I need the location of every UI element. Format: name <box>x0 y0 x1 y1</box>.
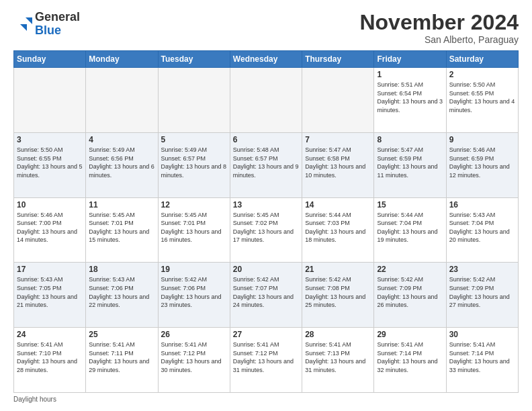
calendar-cell: 5Sunrise: 5:49 AMSunset: 6:57 PMDaylight… <box>158 132 230 197</box>
calendar-cell: 29Sunrise: 5:41 AMSunset: 7:14 PMDayligh… <box>374 328 446 393</box>
calendar-cell: 19Sunrise: 5:42 AMSunset: 7:06 PMDayligh… <box>158 263 230 328</box>
day-info: Sunrise: 5:42 AMSunset: 7:09 PMDaylight:… <box>449 275 515 309</box>
day-info: Sunrise: 5:51 AMSunset: 6:54 PMDaylight:… <box>377 81 443 114</box>
calendar-cell <box>302 68 374 133</box>
day-number: 24 <box>17 330 83 339</box>
day-number: 17 <box>17 265 83 274</box>
calendar-cell: 13Sunrise: 5:45 AMSunset: 7:02 PMDayligh… <box>230 197 302 263</box>
day-info: Sunrise: 5:44 AMSunset: 7:04 PMDaylight:… <box>377 211 443 244</box>
day-info: Sunrise: 5:42 AMSunset: 7:06 PMDaylight:… <box>161 275 227 309</box>
calendar-week-2: 3Sunrise: 5:50 AMSunset: 6:55 PMDaylight… <box>14 132 519 197</box>
calendar-cell: 12Sunrise: 5:45 AMSunset: 7:01 PMDayligh… <box>158 197 230 263</box>
calendar-week-5: 24Sunrise: 5:41 AMSunset: 7:10 PMDayligh… <box>14 328 519 393</box>
calendar-cell: 21Sunrise: 5:42 AMSunset: 7:08 PMDayligh… <box>302 263 374 328</box>
svg-marker-0 <box>26 17 32 24</box>
day-info: Sunrise: 5:43 AMSunset: 7:04 PMDaylight:… <box>449 211 515 244</box>
calendar: Sunday Monday Tuesday Wednesday Thursday… <box>13 50 519 393</box>
header-row: Sunday Monday Tuesday Wednesday Thursday… <box>14 51 519 68</box>
day-number: 26 <box>161 330 227 339</box>
day-info: Sunrise: 5:46 AMSunset: 6:59 PMDaylight:… <box>449 146 515 179</box>
calendar-cell: 18Sunrise: 5:43 AMSunset: 7:06 PMDayligh… <box>86 263 158 328</box>
day-info: Sunrise: 5:41 AMSunset: 7:14 PMDaylight:… <box>449 340 515 374</box>
day-number: 15 <box>377 200 443 210</box>
calendar-cell: 7Sunrise: 5:47 AMSunset: 6:58 PMDaylight… <box>302 132 374 197</box>
footer-note: Daylight hours <box>13 396 519 403</box>
day-number: 1 <box>377 70 443 79</box>
calendar-cell: 30Sunrise: 5:41 AMSunset: 7:14 PMDayligh… <box>446 328 518 393</box>
day-number: 20 <box>233 265 299 274</box>
title-area: November 2024 San Alberto, Paraguay <box>359 11 519 45</box>
calendar-cell: 9Sunrise: 5:46 AMSunset: 6:59 PMDaylight… <box>446 132 518 197</box>
day-number: 25 <box>89 330 154 339</box>
day-number: 2 <box>449 70 515 79</box>
calendar-cell: 11Sunrise: 5:45 AMSunset: 7:01 PMDayligh… <box>86 197 158 263</box>
day-info: Sunrise: 5:43 AMSunset: 7:06 PMDaylight:… <box>89 275 154 309</box>
day-info: Sunrise: 5:42 AMSunset: 7:07 PMDaylight:… <box>233 275 299 309</box>
calendar-cell <box>230 68 302 133</box>
col-saturday: Saturday <box>446 51 518 68</box>
day-info: Sunrise: 5:49 AMSunset: 6:56 PMDaylight:… <box>89 146 154 179</box>
day-number: 28 <box>305 330 371 339</box>
col-sunday: Sunday <box>14 51 86 68</box>
logo-text: General Blue <box>35 11 80 38</box>
day-number: 7 <box>305 135 371 144</box>
day-info: Sunrise: 5:50 AMSunset: 6:55 PMDaylight:… <box>17 146 83 179</box>
calendar-cell: 2Sunrise: 5:50 AMSunset: 6:55 PMDaylight… <box>446 68 518 133</box>
page: General Blue November 2024 San Alberto, … <box>0 0 532 411</box>
calendar-cell: 10Sunrise: 5:46 AMSunset: 7:00 PMDayligh… <box>14 197 86 263</box>
col-wednesday: Wednesday <box>230 51 302 68</box>
calendar-cell: 25Sunrise: 5:41 AMSunset: 7:11 PMDayligh… <box>86 328 158 393</box>
day-number: 8 <box>377 135 443 144</box>
day-info: Sunrise: 5:41 AMSunset: 7:13 PMDaylight:… <box>305 340 371 374</box>
calendar-cell: 27Sunrise: 5:41 AMSunset: 7:12 PMDayligh… <box>230 328 302 393</box>
day-number: 14 <box>305 200 371 210</box>
day-number: 23 <box>449 265 515 274</box>
col-friday: Friday <box>374 51 446 68</box>
day-info: Sunrise: 5:49 AMSunset: 6:57 PMDaylight:… <box>161 146 227 179</box>
col-monday: Monday <box>86 51 158 68</box>
day-number: 12 <box>161 200 227 210</box>
svg-marker-1 <box>20 24 27 31</box>
day-info: Sunrise: 5:42 AMSunset: 7:08 PMDaylight:… <box>305 275 371 309</box>
day-info: Sunrise: 5:47 AMSunset: 6:58 PMDaylight:… <box>305 146 371 179</box>
calendar-cell: 3Sunrise: 5:50 AMSunset: 6:55 PMDaylight… <box>14 132 86 197</box>
day-info: Sunrise: 5:41 AMSunset: 7:12 PMDaylight:… <box>233 340 299 374</box>
calendar-cell: 26Sunrise: 5:41 AMSunset: 7:12 PMDayligh… <box>158 328 230 393</box>
col-tuesday: Tuesday <box>158 51 230 68</box>
day-number: 16 <box>449 200 515 210</box>
header: General Blue November 2024 San Alberto, … <box>13 11 519 45</box>
calendar-cell: 24Sunrise: 5:41 AMSunset: 7:10 PMDayligh… <box>14 328 86 393</box>
day-info: Sunrise: 5:45 AMSunset: 7:02 PMDaylight:… <box>233 211 299 244</box>
day-info: Sunrise: 5:45 AMSunset: 7:01 PMDaylight:… <box>161 211 227 244</box>
calendar-cell: 14Sunrise: 5:44 AMSunset: 7:03 PMDayligh… <box>302 197 374 263</box>
logo: General Blue <box>13 11 80 38</box>
calendar-week-3: 10Sunrise: 5:46 AMSunset: 7:00 PMDayligh… <box>14 197 519 263</box>
day-number: 5 <box>161 135 227 144</box>
calendar-cell: 4Sunrise: 5:49 AMSunset: 6:56 PMDaylight… <box>86 132 158 197</box>
day-info: Sunrise: 5:43 AMSunset: 7:05 PMDaylight:… <box>17 275 83 309</box>
month-title: November 2024 <box>359 11 519 34</box>
day-info: Sunrise: 5:41 AMSunset: 7:12 PMDaylight:… <box>161 340 227 374</box>
location: San Alberto, Paraguay <box>359 34 519 45</box>
day-number: 18 <box>89 265 154 274</box>
day-number: 22 <box>377 265 443 274</box>
day-info: Sunrise: 5:50 AMSunset: 6:55 PMDaylight:… <box>449 81 515 114</box>
calendar-cell <box>14 68 86 133</box>
day-number: 29 <box>377 330 443 339</box>
day-number: 10 <box>17 200 83 210</box>
day-info: Sunrise: 5:41 AMSunset: 7:10 PMDaylight:… <box>17 340 83 374</box>
day-info: Sunrise: 5:44 AMSunset: 7:03 PMDaylight:… <box>305 211 371 244</box>
day-number: 13 <box>233 200 299 210</box>
calendar-cell: 1Sunrise: 5:51 AMSunset: 6:54 PMDaylight… <box>374 68 446 133</box>
day-info: Sunrise: 5:47 AMSunset: 6:59 PMDaylight:… <box>377 146 443 179</box>
calendar-week-4: 17Sunrise: 5:43 AMSunset: 7:05 PMDayligh… <box>14 263 519 328</box>
calendar-cell <box>86 68 158 133</box>
calendar-cell: 22Sunrise: 5:42 AMSunset: 7:09 PMDayligh… <box>374 263 446 328</box>
calendar-cell: 20Sunrise: 5:42 AMSunset: 7:07 PMDayligh… <box>230 263 302 328</box>
calendar-cell <box>158 68 230 133</box>
calendar-cell: 23Sunrise: 5:42 AMSunset: 7:09 PMDayligh… <box>446 263 518 328</box>
day-info: Sunrise: 5:46 AMSunset: 7:00 PMDaylight:… <box>17 211 83 244</box>
day-number: 27 <box>233 330 299 339</box>
col-thursday: Thursday <box>302 51 374 68</box>
calendar-cell: 28Sunrise: 5:41 AMSunset: 7:13 PMDayligh… <box>302 328 374 393</box>
